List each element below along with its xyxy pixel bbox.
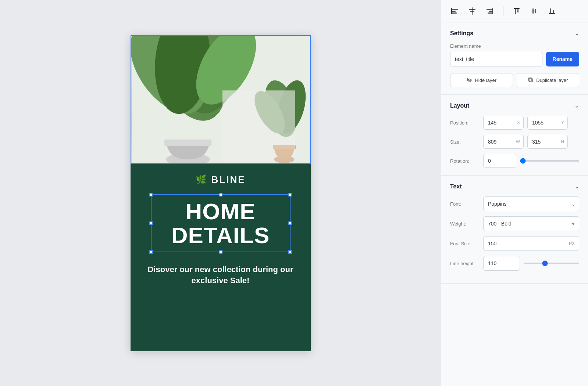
settings-section: Settings ⌄ Element name Rename Hide laye…: [441, 22, 588, 95]
line-height-slider[interactable]: [524, 263, 579, 264]
line-height-label: Line height:: [450, 261, 480, 266]
rotation-row: Rotation:: [450, 154, 579, 168]
rotation-input[interactable]: [483, 154, 516, 168]
font-size-label: Font Size:: [450, 241, 480, 246]
settings-header[interactable]: Settings ⌄: [450, 30, 579, 37]
layout-section: Layout ⌄ Position: X Y Size:: [441, 95, 588, 176]
x-suffix: X: [517, 120, 520, 125]
layout-title: Layout: [450, 102, 469, 109]
duplicate-icon: [528, 77, 534, 83]
brand-name: BLINE: [211, 174, 246, 185]
svg-rect-29: [531, 11, 537, 11]
weight-select[interactable]: 700 - Bold 400 - Regular 600 - SemiBold …: [483, 216, 579, 231]
svg-rect-30: [532, 8, 534, 14]
weight-row: Weight: 700 - Bold 400 - Regular 600 - S…: [450, 216, 579, 231]
valign-bottom-icon[interactable]: [546, 5, 558, 17]
leaf-icon: 🌿: [196, 174, 208, 185]
text-header[interactable]: Text ⌄: [450, 183, 579, 190]
font-size-wrapper: PX: [483, 236, 579, 251]
valign-top-icon[interactable]: [511, 5, 523, 17]
font-select-wrapper: Poppins Inter Roboto ⌄: [483, 196, 579, 211]
rename-button[interactable]: Rename: [546, 52, 579, 66]
handle-tl[interactable]: [149, 193, 153, 196]
align-center-icon[interactable]: [466, 5, 478, 17]
layout-header[interactable]: Layout ⌄: [450, 102, 579, 109]
svg-rect-17: [451, 12, 457, 14]
position-y-wrapper: Y: [527, 116, 568, 130]
svg-rect-27: [515, 9, 516, 14]
action-buttons-row: Hide layer Duplicate layer: [450, 73, 579, 87]
rotation-slider[interactable]: [520, 160, 579, 162]
svg-rect-31: [535, 9, 536, 13]
handle-ml[interactable]: [149, 221, 153, 225]
svg-rect-34: [553, 10, 554, 13]
svg-rect-32: [549, 13, 555, 14]
svg-rect-8: [164, 139, 211, 146]
font-select[interactable]: Poppins Inter Roboto: [483, 196, 579, 211]
handle-br[interactable]: [288, 250, 292, 254]
handle-tr[interactable]: [288, 193, 292, 196]
settings-title: Settings: [450, 30, 473, 37]
h-suffix: H: [561, 139, 564, 144]
line-height-row: Line height:: [450, 256, 579, 271]
size-w-wrapper: W: [483, 135, 524, 149]
right-panel: Settings ⌄ Element name Rename Hide laye…: [441, 0, 588, 386]
font-row: Font: Poppins Inter Roboto ⌄: [450, 196, 579, 211]
card-image[interactable]: [131, 35, 311, 164]
card-body: 🌿 BLINE HOME DETAILS Disover our new c: [131, 164, 311, 351]
font-size-input[interactable]: [483, 236, 579, 251]
brand-logo: 🌿 BLINE: [196, 174, 246, 185]
align-left-icon[interactable]: [449, 5, 460, 17]
rotation-label: Rotation:: [450, 158, 480, 164]
size-h-wrapper: H: [527, 135, 568, 149]
weight-select-wrapper: 700 - Bold 400 - Regular 600 - SemiBold …: [483, 216, 579, 231]
title-selection-box[interactable]: HOME DETAILS: [151, 194, 291, 252]
text-section: Text ⌄ Font: Poppins Inter Roboto ⌄ Weig…: [441, 176, 588, 284]
hide-icon: [466, 77, 472, 83]
element-name-label: Element name: [450, 43, 579, 49]
text-title: Text: [450, 183, 462, 190]
handle-tc[interactable]: [219, 193, 222, 196]
card-subtitle: Disover our new collection during our ex…: [142, 264, 299, 287]
canvas-area: 🌿 BLINE HOME DETAILS Disover our new c: [0, 0, 441, 386]
toolbar-divider: [503, 6, 503, 16]
svg-rect-22: [487, 9, 493, 10]
element-name-row: Rename: [450, 52, 579, 66]
size-row: Size: W H: [450, 135, 579, 149]
toolbar-row: [441, 0, 588, 22]
y-suffix: Y: [561, 120, 564, 125]
position-x-wrapper: X: [483, 116, 524, 130]
hide-layer-button[interactable]: Hide layer: [450, 73, 513, 87]
svg-rect-33: [550, 8, 551, 13]
duplicate-layer-button[interactable]: Duplicate layer: [517, 73, 580, 87]
svg-rect-25: [492, 8, 493, 14]
card-title: HOME DETAILS: [159, 199, 282, 247]
valign-middle-icon[interactable]: [528, 5, 540, 17]
svg-rect-28: [517, 9, 518, 12]
handle-bc[interactable]: [219, 250, 222, 254]
design-card: 🌿 BLINE HOME DETAILS Disover our new c: [131, 35, 311, 351]
svg-rect-18: [451, 8, 452, 14]
align-right-icon[interactable]: [484, 5, 496, 17]
svg-rect-26: [514, 8, 520, 9]
text-chevron-icon: ⌄: [574, 183, 579, 190]
svg-rect-14: [222, 90, 295, 163]
position-label: Position:: [450, 120, 480, 126]
size-label: Size:: [450, 139, 480, 145]
font-size-row: Font Size: PX: [450, 236, 579, 251]
handle-mr[interactable]: [288, 221, 292, 225]
svg-rect-15: [451, 9, 458, 10]
settings-chevron-icon: ⌄: [574, 30, 579, 37]
w-suffix: W: [516, 139, 520, 144]
layout-grid: Position: X Y Size: W H: [450, 116, 579, 168]
px-suffix: PX: [569, 241, 575, 246]
weight-label: Weight:: [450, 221, 480, 227]
line-height-input[interactable]: [483, 256, 520, 271]
font-label: Font:: [450, 201, 480, 207]
handle-bl[interactable]: [149, 250, 153, 254]
layout-chevron-icon: ⌄: [574, 102, 579, 109]
svg-rect-24: [488, 12, 493, 14]
position-row: Position: X Y: [450, 116, 579, 130]
svg-line-36: [467, 78, 471, 82]
element-name-input[interactable]: [450, 52, 542, 66]
